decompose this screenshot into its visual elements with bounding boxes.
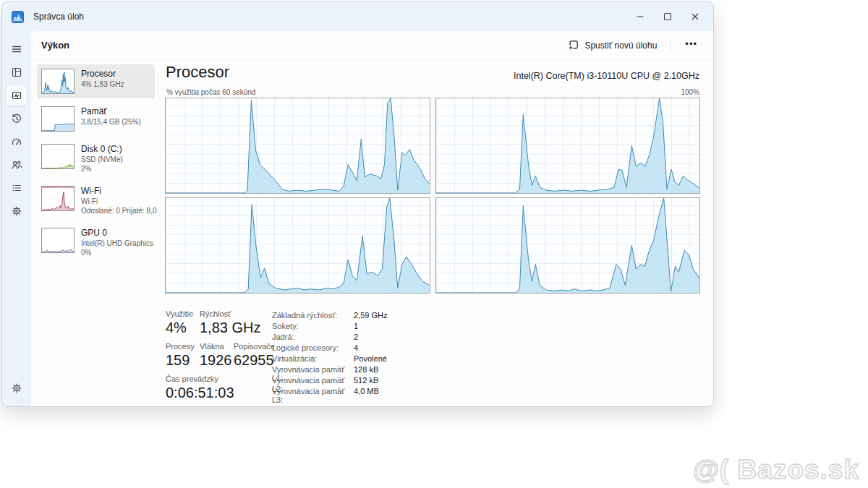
sidebar-item-cpu[interactable]: Procesor 4% 1,83 GHz [37,64,155,98]
performance-sidebar: Procesor 4% 1,83 GHz Pamäť 3,8/15,4 GB (… [37,64,155,265]
titlebar[interactable]: Správca úloh [2,2,713,31]
card-header: Výkon Spustiť novú úlohu ••• [31,31,714,60]
nav-app-history[interactable] [6,108,27,129]
chart-caption: % využitia počas 60 sekúnd [166,88,255,96]
close-icon [691,12,699,21]
watermark: @( Bazos.sk [693,455,859,485]
stat-utilization: Využitie 4% [166,309,200,336]
run-new-task-icon [568,40,579,51]
page: Správca úloh [0,0,868,488]
sidebar-item-title: Pamäť [81,106,141,117]
nav-rail [2,31,31,406]
details-icon [11,182,22,194]
sidebar-item-sub: SSD (NVMe) [81,155,123,164]
sidebar-item-sub: Intel(R) UHD Graphics [81,239,150,248]
sidebar-item-sub2: 0% [81,248,150,257]
sidebar-item-title: GPU 0 [81,228,150,239]
sidebar-item-memory[interactable]: Pamäť 3,8/15,4 GB (25%) [37,102,155,136]
cpu-charts-grid [165,98,700,294]
header-divider [670,38,671,53]
chart-max-label: 100% [681,88,699,96]
spec-row: Základná rýchlosť:2,59 GHz [272,311,387,322]
users-icon [11,159,22,171]
nav-users[interactable] [6,154,27,176]
nav-performance[interactable] [6,85,27,106]
page-title: Výkon [41,40,69,51]
cpu-stats: Využitie 4% Rýchlosť 1,83 GHz Procesy 15… [166,309,275,401]
menu-icon [11,43,22,55]
sidebar-item-wifi[interactable]: Wi-Fi Wi-Fi Odoslané: 0 Prijaté: 8,0 [37,181,155,220]
disk-mini-chart [41,144,75,169]
maximize-icon [663,12,672,21]
menu-button[interactable] [6,38,27,60]
wifi-mini-chart [41,186,75,211]
gpu-mini-chart [41,228,75,253]
memory-mini-chart [41,106,75,132]
cpu-core-chart-1[interactable] [165,98,430,194]
spec-row: Logické procesory:4 [272,343,387,354]
cpu-spec-list: Základná rýchlosť:2,59 GHz Sokety:1 Jadr… [272,311,387,398]
sidebar-item-sub: 4% 1,83 GHz [81,80,124,89]
settings-gear-icon [11,382,22,394]
cpu-core-chart-4[interactable] [435,197,701,294]
sidebar-item-title: Procesor [81,69,124,80]
sidebar-item-gpu[interactable]: GPU 0 Intel(R) UHD Graphics 0% [37,223,155,262]
detail-title: Procesor [166,63,229,82]
nav-details[interactable] [6,177,27,199]
spec-row: Sokety:1 [272,322,387,333]
app-history-icon [11,113,22,124]
stat-speed: Rýchlosť 1,83 GHz [200,309,260,336]
startup-apps-icon [11,136,22,147]
cpu-core-chart-2[interactable] [435,98,701,194]
spec-row: Vyrovnávacia pamäť L3:4,0 MB [272,387,387,398]
cpu-mini-chart [41,69,75,94]
more-options-button[interactable]: ••• [678,35,705,55]
sidebar-item-sub2: 2% [81,164,123,174]
stat-processes: Procesy 159 [166,341,200,369]
spec-row: Jadrá:2 [272,333,387,343]
spec-row: Virtualizácia:Povolené [272,354,387,365]
services-icon [11,205,22,217]
run-new-task-label: Spustiť novú úlohu [584,40,657,51]
cpu-core-chart-3[interactable] [165,197,430,294]
performance-icon [11,90,22,101]
task-manager-app-icon [12,11,24,23]
close-button[interactable] [681,5,709,28]
task-manager-window: Správca úloh [1,1,714,407]
nav-services[interactable] [6,200,27,222]
main-card: Výkon Spustiť novú úlohu ••• Procesor [31,31,714,407]
nav-startup-apps[interactable] [6,131,27,153]
processes-icon [11,67,22,78]
settings-button[interactable] [6,377,27,399]
cpu-model-name: Intel(R) Core(TM) i3-10110U CPU @ 2.10GH… [514,71,699,81]
sidebar-item-sub: Wi-Fi [81,197,150,206]
spec-row: Vyrovnávacia pamäť L1:128 kB [272,365,387,376]
maximize-button[interactable] [654,5,681,28]
selected-indicator [1,90,2,102]
spec-row: Vyrovnávacia pamäť L2:512 kB [272,376,387,387]
minimize-button[interactable] [626,5,654,28]
sidebar-item-sub: 3,8/15,4 GB (25%) [81,117,141,127]
sidebar-item-sub2: Odoslané: 0 Prijaté: 8,0 [81,206,150,215]
stat-threads: Vlákna 1926 [200,341,234,369]
stat-handles: Popisovače 62955 [234,341,275,369]
minimize-icon [636,12,644,21]
sidebar-item-title: Wi-Fi [81,186,150,197]
sidebar-item-title: Disk 0 (C:) [81,144,123,155]
run-new-task-button[interactable]: Spustiť novú úlohu [562,35,663,55]
window-title: Správca úloh [33,12,84,22]
sidebar-item-disk[interactable]: Disk 0 (C:) SSD (NVMe) 2% [37,140,155,178]
stat-uptime: Čas prevádzky 0:06:51:03 [166,374,234,401]
nav-processes[interactable] [6,61,27,83]
